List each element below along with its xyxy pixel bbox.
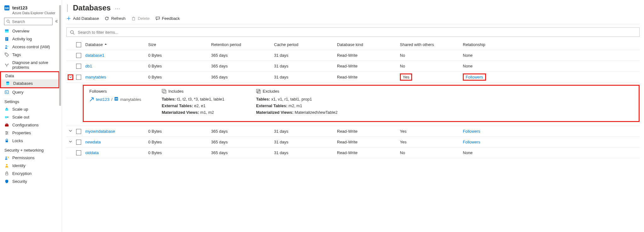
svg-point-12 <box>6 54 6 54</box>
sidebar-scrollbar-thumb[interactable] <box>59 5 61 106</box>
sidebar-item-properties[interactable]: Properties <box>0 129 59 137</box>
sidebar-item-scale-up[interactable]: Scale up <box>0 105 59 113</box>
row-checkbox[interactable] <box>76 150 81 155</box>
svg-rect-28 <box>6 141 8 142</box>
sidebar-item-identity[interactable]: Identity <box>0 162 59 170</box>
row-checkbox[interactable] <box>76 140 81 145</box>
sidebar-item-label: Access control (IAM) <box>12 44 50 49</box>
follower-cluster-link[interactable]: test123 <box>96 97 109 102</box>
excludes-mat-views: Materialized Views: MaterializedViewTabl… <box>256 110 633 115</box>
sidebar-search-input[interactable] <box>11 19 50 24</box>
feedback-button[interactable]: Feedback <box>155 16 180 21</box>
cell-size: 0 Bytes <box>146 51 209 60</box>
lock-icon <box>4 138 9 143</box>
cell-shared: No <box>397 51 460 60</box>
cell-relationship: None <box>460 51 640 60</box>
includes-mat-views: Materialized Views: m1, m2 <box>162 110 253 115</box>
sidebar-item-scale-out[interactable]: Scale out <box>0 113 59 121</box>
row-checkbox[interactable] <box>76 64 81 69</box>
col-retention[interactable]: Retention period <box>209 40 272 49</box>
col-size[interactable]: Size <box>146 40 209 49</box>
filter-box[interactable] <box>66 27 640 37</box>
database-name-link[interactable]: database1 <box>83 51 146 60</box>
sidebar-item-overview[interactable]: Overview <box>0 27 59 35</box>
cell-kind: Read-Write <box>334 127 397 136</box>
table-row: myowndatabase0 Bytes365 days31 daysRead-… <box>66 126 640 137</box>
svg-point-10 <box>6 45 7 47</box>
table-row: newdata0 Bytes365 days31 daysRead-WriteY… <box>66 137 640 148</box>
expand-row-button[interactable] <box>69 140 72 144</box>
database-name-link[interactable]: newdata <box>83 138 146 146</box>
cell-size: 0 Bytes <box>146 148 209 157</box>
delete-button: Delete <box>131 16 150 21</box>
sidebar-item-encryption[interactable]: Encryption <box>0 170 59 177</box>
sidebar-item-permissions[interactable]: Permissions <box>0 154 59 162</box>
cell-shared: Yes <box>397 138 460 146</box>
cell-relationship[interactable]: Followers <box>460 138 640 146</box>
sidebar-scrollbar-track[interactable] <box>59 0 62 232</box>
follower-db-name: manytables <box>120 97 141 102</box>
svg-rect-31 <box>6 173 8 175</box>
resource-title[interactable]: test123 <box>12 5 55 11</box>
toolbar-label: Feedback <box>162 16 180 21</box>
database-grid: Database Size Retention period Cache per… <box>66 39 640 158</box>
col-kind[interactable]: Database kind <box>334 40 397 49</box>
refresh-button[interactable]: Refresh <box>104 16 126 21</box>
cell-kind: Read-Write <box>334 148 397 157</box>
col-shared[interactable]: Shared with others <box>397 40 460 49</box>
sidebar-item-security[interactable]: Security <box>0 177 59 185</box>
database-name-link[interactable]: olddata <box>83 148 146 157</box>
sidebar-item-activity-log[interactable]: Activity log <box>0 35 59 43</box>
cell-relationship: None <box>460 148 640 157</box>
cell-shared: No <box>397 148 460 157</box>
sidebar-search[interactable] <box>4 18 53 25</box>
sidebar-item-tags[interactable]: Tags <box>0 51 59 59</box>
row-checkbox[interactable] <box>76 53 81 58</box>
excludes-ext-tables: External Tables: m2, m1 <box>256 103 633 108</box>
col-cache[interactable]: Cache period <box>272 40 334 49</box>
collapse-row-button[interactable] <box>68 74 73 80</box>
resource-kind: Azure Data Explorer Cluster <box>12 11 55 15</box>
svg-rect-16 <box>5 91 8 94</box>
sidebar-item-query[interactable]: Query <box>0 88 59 96</box>
row-details: Followerstest123 / DBmanytablesIncludesT… <box>66 83 640 126</box>
sidebar-item-label: Configurations <box>12 123 39 127</box>
page-more-menu[interactable]: ··· <box>115 6 120 12</box>
cell-kind: Read-Write <box>334 138 397 146</box>
sidebar-group-data-highlight: Data Databases <box>0 71 59 88</box>
sidebar-item-databases[interactable]: Databases <box>1 79 59 87</box>
collapse-sidebar-button[interactable] <box>54 19 59 24</box>
tag-icon <box>4 52 9 57</box>
row-checkbox[interactable] <box>76 129 81 134</box>
database-name-link[interactable]: myowndatabase <box>83 127 146 136</box>
col-database[interactable]: Database <box>83 40 146 49</box>
follower-entry[interactable]: test123 / DBmanytables <box>89 97 159 102</box>
sidebar-item-label: Scale out <box>12 115 29 119</box>
filter-input[interactable] <box>77 30 636 35</box>
database-icon: DB <box>114 97 118 102</box>
sidebar-item-locks[interactable]: Locks <box>0 137 59 145</box>
add-database-button[interactable]: Add Database <box>66 16 99 21</box>
svg-point-37 <box>70 30 73 33</box>
cell-cache: 31 days <box>272 148 334 157</box>
database-name-link[interactable]: manytables <box>83 73 146 81</box>
resource-header: DB test123 Azure Data Explorer Cluster <box>0 3 59 18</box>
page-title: Databases <box>73 3 111 12</box>
cell-size: 0 Bytes <box>146 62 209 70</box>
sidebar-item-configurations[interactable]: Configurations <box>0 121 59 129</box>
expand-row-button[interactable] <box>69 129 72 134</box>
sidebar-item-diagnose[interactable]: Diagnose and solve problems <box>0 59 59 71</box>
col-relationship[interactable]: Relationship <box>460 40 640 49</box>
database-name-link[interactable]: db1 <box>83 62 146 70</box>
cell-cache: 31 days <box>272 62 334 70</box>
row-checkbox[interactable] <box>76 75 81 80</box>
sidebar-item-access-control[interactable]: Access control (IAM) <box>0 43 59 51</box>
svg-text:DB: DB <box>115 98 118 100</box>
table-row: db10 Bytes365 days31 daysRead-WriteNoNon… <box>66 61 640 72</box>
svg-rect-41 <box>162 89 165 92</box>
cluster-icon: DB <box>4 5 10 11</box>
cell-relationship[interactable]: Followers <box>460 72 640 83</box>
cell-relationship[interactable]: Followers <box>460 127 640 136</box>
sidebar-item-label: Tags <box>12 52 21 57</box>
select-all-checkbox[interactable] <box>76 42 81 47</box>
